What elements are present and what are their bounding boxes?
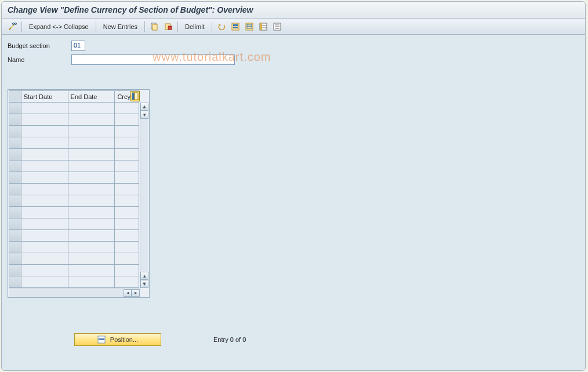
cell-start-date[interactable] <box>21 161 68 172</box>
cell-end-date[interactable] <box>68 172 115 184</box>
cell-end-date[interactable] <box>68 195 115 207</box>
cell-end-date[interactable] <box>68 184 115 195</box>
delimit-button[interactable]: Delimit <box>182 22 208 31</box>
cell-end-date[interactable] <box>68 161 115 172</box>
undo-button[interactable] <box>216 21 227 32</box>
position-icon <box>97 335 106 344</box>
cell-start-date[interactable] <box>21 126 68 137</box>
copy-special-button[interactable] <box>162 21 174 32</box>
cell-start-date[interactable] <box>21 218 68 230</box>
cell-currency[interactable] <box>115 218 139 230</box>
cell-currency[interactable] <box>115 265 139 276</box>
select-all-header[interactable] <box>9 91 21 103</box>
cell-currency[interactable] <box>115 114 139 126</box>
cell-end-date[interactable] <box>68 265 115 276</box>
svg-point-0 <box>13 23 14 24</box>
row-selector[interactable] <box>9 218 21 230</box>
cell-start-date[interactable] <box>21 230 68 242</box>
cell-currency[interactable] <box>115 253 139 265</box>
cell-end-date[interactable] <box>68 207 115 218</box>
cell-currency[interactable] <box>115 195 139 207</box>
new-entries-button[interactable]: New Entries <box>100 22 141 31</box>
cell-end-date[interactable] <box>68 103 115 114</box>
cell-end-date[interactable] <box>68 114 115 126</box>
name-field[interactable] <box>71 54 235 65</box>
deselect-all-button[interactable] <box>244 21 255 32</box>
cell-end-date[interactable] <box>68 149 115 161</box>
table-row <box>9 172 139 184</box>
scroll-up-small-button[interactable]: ▾ <box>140 111 148 119</box>
table-view-button[interactable] <box>257 21 269 32</box>
cell-currency[interactable] <box>115 172 139 184</box>
cell-start-date[interactable] <box>21 184 68 195</box>
cell-currency[interactable] <box>115 103 139 114</box>
row-selector[interactable] <box>9 230 21 242</box>
copy-button[interactable] <box>148 21 160 32</box>
budget-section-field[interactable]: 01 <box>71 41 85 51</box>
cell-end-date[interactable] <box>68 253 115 265</box>
table-row <box>9 184 139 195</box>
row-selector[interactable] <box>9 184 21 195</box>
scroll-right-button[interactable]: ▸ <box>132 289 140 297</box>
cell-start-date[interactable] <box>21 207 68 218</box>
scroll-up-button[interactable]: ▲ <box>140 103 148 111</box>
row-selector[interactable] <box>9 103 21 114</box>
cell-start-date[interactable] <box>21 149 68 161</box>
cell-start-date[interactable] <box>21 103 68 114</box>
toggle-edit-button[interactable] <box>6 21 18 32</box>
scroll-left-button[interactable]: ◂ <box>124 289 132 297</box>
cell-currency[interactable] <box>115 207 139 218</box>
cell-end-date[interactable] <box>68 126 115 137</box>
col-end-date[interactable]: End Date <box>68 91 115 103</box>
col-start-date[interactable]: Start Date <box>21 91 68 103</box>
cell-currency[interactable] <box>115 161 139 172</box>
content-area: www.tutorialkart.com Budget section 01 N… <box>2 35 585 370</box>
row-selector[interactable] <box>9 253 21 265</box>
row-selector[interactable] <box>9 276 21 288</box>
scroll-down-button[interactable]: ▼ <box>140 280 148 288</box>
form-view-button[interactable] <box>271 21 283 32</box>
cell-currency[interactable] <box>115 137 139 149</box>
cell-end-date[interactable] <box>68 242 115 253</box>
row-selector[interactable] <box>9 207 21 218</box>
cell-end-date[interactable] <box>68 276 115 288</box>
table-row <box>9 218 139 230</box>
cell-currency[interactable] <box>115 184 139 195</box>
cell-start-date[interactable] <box>21 195 68 207</box>
cell-currency[interactable] <box>115 276 139 288</box>
cell-currency[interactable] <box>115 149 139 161</box>
row-selector[interactable] <box>9 195 21 207</box>
configure-columns-button[interactable] <box>130 91 140 101</box>
row-selector[interactable] <box>9 265 21 276</box>
cell-currency[interactable] <box>115 230 139 242</box>
row-selector[interactable] <box>9 126 21 137</box>
horizontal-scrollbar[interactable]: ◂ ▸ <box>9 289 140 297</box>
row-selector[interactable] <box>9 172 21 184</box>
position-button[interactable]: Position... <box>74 333 161 346</box>
row-selector[interactable] <box>9 242 21 253</box>
cell-start-date[interactable] <box>21 137 68 149</box>
select-all-button[interactable] <box>230 21 241 32</box>
cell-start-date[interactable] <box>21 172 68 184</box>
scroll-down-small-button[interactable]: ▴ <box>140 272 148 280</box>
cell-start-date[interactable] <box>21 114 68 126</box>
row-selector[interactable] <box>9 137 21 149</box>
cell-start-date[interactable] <box>21 253 68 265</box>
cell-start-date[interactable] <box>21 276 68 288</box>
cell-end-date[interactable] <box>68 218 115 230</box>
copy-icon <box>150 22 159 31</box>
cell-start-date[interactable] <box>21 265 68 276</box>
grid-lines-icon <box>273 22 282 31</box>
cell-currency[interactable] <box>115 242 139 253</box>
cell-currency[interactable] <box>115 126 139 137</box>
row-selector[interactable] <box>9 149 21 161</box>
row-selector[interactable] <box>9 114 21 126</box>
cell-end-date[interactable] <box>68 230 115 242</box>
row-selector[interactable] <box>9 161 21 172</box>
separator <box>96 21 96 32</box>
expand-collapse-button[interactable]: Expand <-> Collapse <box>26 22 92 31</box>
cell-start-date[interactable] <box>21 242 68 253</box>
vertical-scrollbar[interactable]: ▲ ▾ ▴ ▼ <box>140 103 148 288</box>
cell-end-date[interactable] <box>68 137 115 149</box>
footer-row: Position... Entry 0 of 0 <box>74 333 246 346</box>
